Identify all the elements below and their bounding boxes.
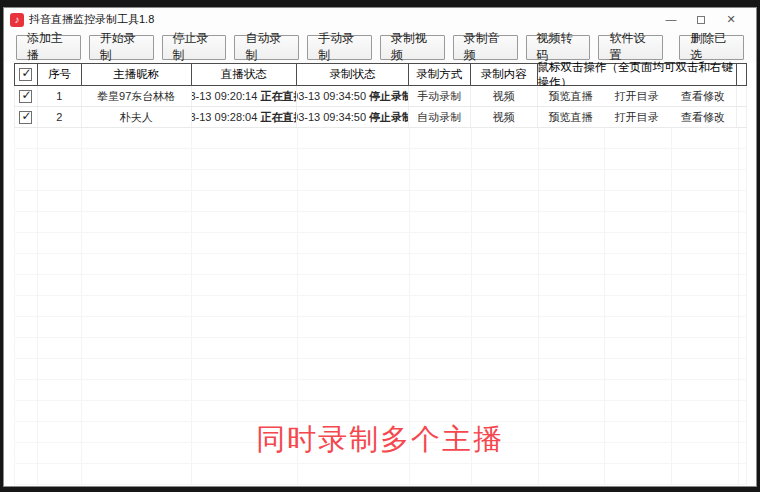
live-time: 03-13 09:28:04 — [191, 111, 258, 123]
delete-selected-button[interactable]: 删除已选 — [679, 35, 744, 60]
row-record-content: 视频 — [470, 107, 537, 127]
open-directory-link[interactable]: 打开目录 — [604, 89, 670, 104]
col-header-record-content[interactable]: 录制内容 — [470, 64, 537, 85]
select-all-checkbox[interactable] — [19, 68, 32, 81]
video-transcode-button[interactable]: 视频转码 — [526, 35, 591, 60]
software-settings-button[interactable]: 软件设置 — [598, 35, 663, 60]
row-actions: 预览直播 打开目录 查看修改 — [537, 86, 736, 106]
live-status-label: 正在直播 — [260, 110, 296, 125]
row-record-content: 视频 — [470, 86, 537, 106]
row-nickname: 拳皇97东台林格 — [81, 86, 191, 106]
maximize-button[interactable] — [686, 8, 716, 31]
col-header-live-status[interactable]: 直播状态 — [191, 64, 297, 85]
window-title: 抖音直播监控录制工具1.8 — [29, 12, 154, 27]
preview-live-link[interactable]: 预览直播 — [538, 89, 604, 104]
row-checkbox[interactable] — [19, 90, 32, 103]
start-recording-button[interactable]: 开始录制 — [89, 35, 154, 60]
row-index: 2 — [37, 107, 81, 127]
col-header-record-status[interactable]: 录制状态 — [296, 64, 408, 85]
live-status-label: 正在直播 — [260, 89, 296, 104]
row-index: 1 — [37, 86, 81, 106]
window-controls: — ✕ — [656, 8, 746, 31]
close-button[interactable]: ✕ — [716, 8, 746, 31]
streamer-table: 序号 主播昵称 直播状态 录制状态 录制方式 录制内容 鼠标双击操作（全页面均可… — [14, 63, 747, 485]
maximize-icon — [697, 16, 705, 24]
preview-live-link[interactable]: 预览直播 — [538, 110, 604, 125]
row-select-cell — [14, 107, 37, 127]
table-header-row: 序号 主播昵称 直播状态 录制状态 录制方式 录制内容 鼠标双击操作（全页面均可… — [14, 63, 747, 86]
row-live-status: 03-13 09:20:14 正在直播 — [191, 86, 297, 106]
row-select-cell — [14, 86, 37, 106]
row-actions: 预览直播 打开目录 查看修改 — [537, 107, 736, 127]
view-modify-link[interactable]: 查看修改 — [670, 110, 736, 125]
record-status-label: 停止录制 — [369, 110, 408, 125]
stop-recording-button[interactable]: 停止录制 — [162, 35, 227, 60]
app-logo-icon: ♪ — [10, 13, 24, 27]
live-time: 03-13 09:20:14 — [191, 90, 258, 102]
col-header-mouse-ops[interactable]: 鼠标双击操作（全页面均可双击和右键操作） — [537, 64, 736, 85]
record-time: 03-13 09:34:50 — [296, 111, 366, 123]
record-status-label: 停止录制 — [369, 89, 408, 104]
col-header-select[interactable] — [14, 64, 37, 85]
col-header-nickname[interactable]: 主播昵称 — [81, 64, 191, 85]
row-end-cell — [736, 86, 747, 106]
col-header-record-mode[interactable]: 录制方式 — [408, 64, 470, 85]
screen: ♪ 抖音直播监控录制工具1.8 — ✕ 添加主播 开始录制 停止录制 自动录制 … — [0, 0, 760, 492]
col-header-end — [736, 64, 747, 85]
toolbar: 添加主播 开始录制 停止录制 自动录制 手动录制 录制视频 录制音频 视频转码 … — [4, 31, 756, 63]
minimize-button[interactable]: — — [656, 8, 686, 31]
view-modify-link[interactable]: 查看修改 — [670, 89, 736, 104]
row-live-status: 03-13 09:28:04 正在直播 — [191, 107, 297, 127]
open-directory-link[interactable]: 打开目录 — [604, 110, 670, 125]
row-record-mode: 自动录制 — [408, 107, 470, 127]
col-header-index[interactable]: 序号 — [37, 64, 81, 85]
record-video-button[interactable]: 录制视频 — [380, 35, 445, 60]
table-row[interactable]: 2 朴夫人 03-13 09:28:04 正在直播 03-13 09:34:50… — [14, 107, 747, 128]
row-record-status: 03-13 09:34:50 停止录制 — [296, 86, 408, 106]
add-streamer-button[interactable]: 添加主播 — [16, 35, 81, 60]
record-time: 03-13 09:34:50 — [296, 90, 366, 102]
title-bar: ♪ 抖音直播监控录制工具1.8 — ✕ — [4, 8, 756, 31]
auto-record-button[interactable]: 自动录制 — [234, 35, 299, 60]
row-nickname: 朴夫人 — [81, 107, 191, 127]
record-audio-button[interactable]: 录制音频 — [453, 35, 518, 60]
row-record-status: 03-13 09:34:50 停止录制 — [296, 107, 408, 127]
row-end-cell — [736, 107, 747, 127]
row-record-mode: 手动录制 — [408, 86, 470, 106]
manual-record-button[interactable]: 手动录制 — [307, 35, 372, 60]
row-checkbox[interactable] — [19, 111, 32, 124]
empty-grid — [14, 128, 747, 485]
app-window: ♪ 抖音直播监控录制工具1.8 — ✕ 添加主播 开始录制 停止录制 自动录制 … — [3, 7, 757, 487]
table-row[interactable]: 1 拳皇97东台林格 03-13 09:20:14 正在直播 03-13 09:… — [14, 86, 747, 107]
